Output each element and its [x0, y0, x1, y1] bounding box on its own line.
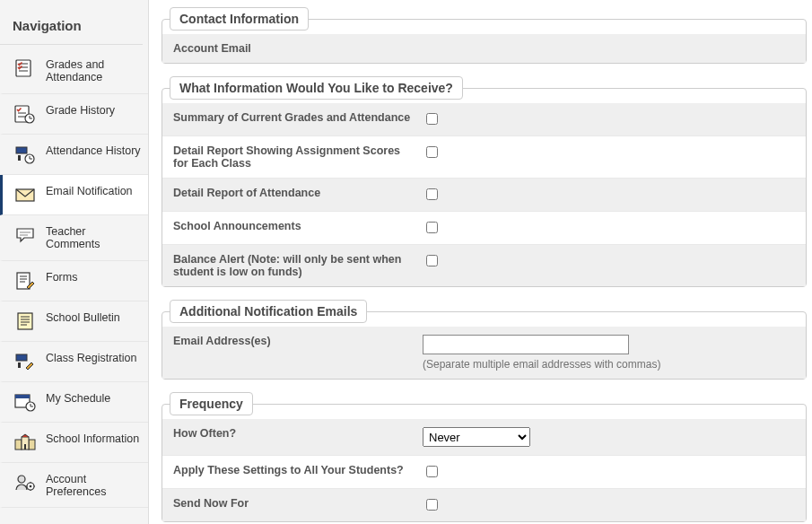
send-now-checkbox[interactable] [426, 499, 438, 511]
sidebar-item-grades-attendance[interactable]: Grades and Attendance [0, 48, 148, 94]
sidebar-item-forms[interactable]: Forms [0, 261, 148, 301]
how-often-row: How Often? Never [162, 419, 806, 455]
sidebar-item-teacher-comments[interactable]: Teacher Comments [0, 215, 148, 261]
svg-rect-34 [15, 440, 22, 450]
contact-info-section: Contact Information Account Email [162, 7, 807, 64]
apply-all-row: Apply These Settings to All Your Student… [162, 455, 806, 488]
checklist-clock-icon [13, 103, 37, 125]
bulletin-icon [13, 310, 37, 332]
main-content: Contact Information Account Email What I… [149, 0, 812, 524]
sidebar-item-label: Attendance History [46, 144, 141, 157]
announcements-checkbox[interactable] [426, 222, 438, 233]
sidebar-item-email-notification[interactable]: Email Notification [0, 175, 148, 215]
announcements-row: School Announcements [162, 211, 806, 244]
send-now-row: Send Now For [162, 488, 806, 521]
form-pencil-icon [13, 270, 37, 292]
balance-alert-row: Balance Alert (Note: will only be sent w… [162, 244, 806, 286]
sidebar-item-label: Grades and Attendance [46, 57, 141, 84]
frequency-section: Frequency How Often? Never Apply These S… [162, 392, 807, 522]
account-email-row: Account Email [162, 34, 806, 63]
svg-point-38 [18, 476, 25, 483]
balance-alert-label: Balance Alert (Note: will only be sent w… [173, 253, 414, 278]
apply-all-checkbox[interactable] [426, 466, 438, 477]
summary-label: Summary of Current Grades and Attendance [173, 111, 414, 124]
svg-rect-22 [18, 313, 32, 329]
svg-rect-35 [29, 440, 35, 450]
frequency-legend: Frequency [170, 392, 253, 415]
svg-rect-27 [16, 354, 27, 361]
speech-bubble-icon [13, 224, 37, 246]
sidebar-item-label: Email Notification [46, 184, 141, 197]
detail-attendance-checkbox[interactable] [426, 188, 438, 200]
announcements-label: School Announcements [173, 220, 414, 232]
sidebar-item-label: Class Registration [46, 351, 141, 364]
email-addresses-row: Email Address(es) (Separate multiple ema… [162, 327, 806, 379]
sidebar-item-school-bulletin[interactable]: School Bulletin [0, 301, 148, 342]
summary-row: Summary of Current Grades and Attendance [162, 103, 806, 135]
sidebar-item-attendance-history[interactable]: Attendance History [0, 135, 148, 175]
apply-all-label: Apply These Settings to All Your Student… [173, 464, 414, 476]
balance-alert-checkbox[interactable] [426, 255, 438, 266]
sidebar-item-school-information[interactable]: School Information [0, 423, 148, 463]
sidebar-item-my-schedule[interactable]: My Schedule [0, 382, 148, 423]
envelope-icon [13, 184, 37, 205]
sidebar-item-label: School Bulletin [46, 310, 141, 324]
detail-scores-row: Detail Report Showing Assignment Scores … [162, 135, 806, 178]
nav-title: Navigation [0, 9, 143, 45]
additional-emails-section: Additional Notification Emails Email Add… [162, 300, 807, 380]
receive-info-section: What Information Would You Like to Recei… [162, 76, 807, 287]
email-addresses-hint: (Separate multiple email addresses with … [423, 358, 795, 371]
sidebar-item-label: Teacher Comments [46, 224, 141, 251]
sidebar-item-class-registration[interactable]: Class Registration [0, 342, 148, 382]
calendar-clock-icon [13, 391, 37, 413]
sidebar-item-grade-history[interactable]: Grade History [0, 94, 148, 135]
svg-rect-30 [15, 395, 30, 398]
detail-scores-label: Detail Report Showing Assignment Scores … [173, 144, 414, 170]
sidebar-item-label: Account Preferences [46, 472, 141, 499]
user-gear-icon [13, 472, 37, 493]
email-addresses-input[interactable] [423, 335, 629, 354]
detail-attendance-row: Detail Report of Attendance [162, 178, 806, 211]
sidebar-item-label: Grade History [46, 103, 141, 117]
contact-info-legend: Contact Information [170, 7, 309, 31]
sidebar-item-label: School Information [46, 432, 141, 445]
svg-point-40 [30, 485, 32, 487]
svg-rect-37 [24, 444, 26, 450]
email-addresses-label: Email Address(es) [173, 335, 414, 347]
how-often-select[interactable]: Never [423, 427, 530, 447]
sidebar-item-account-preferences[interactable]: Account Preferences [0, 463, 148, 509]
svg-rect-10 [16, 147, 27, 153]
seat-clock-icon [13, 144, 37, 165]
detail-attendance-label: Detail Report of Attendance [173, 187, 414, 199]
svg-rect-28 [18, 362, 21, 368]
additional-emails-legend: Additional Notification Emails [170, 300, 367, 323]
sidebar-item-label: Forms [46, 270, 141, 284]
detail-scores-checkbox[interactable] [426, 146, 438, 158]
how-often-label: How Often? [173, 427, 414, 440]
receive-info-legend: What Information Would You Like to Recei… [170, 76, 463, 100]
school-building-icon [13, 432, 37, 453]
checklist-icon [13, 57, 37, 79]
summary-checkbox[interactable] [426, 113, 438, 125]
nav-list: Grades and Attendance Grade History [0, 48, 148, 508]
seat-pencil-icon [13, 351, 37, 372]
sidebar: Navigation Grades and Attendance [0, 0, 149, 524]
account-email-label: Account Email [173, 42, 414, 55]
sidebar-item-label: My Schedule [46, 391, 141, 405]
send-now-label: Send Now For [173, 497, 414, 510]
svg-rect-11 [18, 155, 21, 161]
